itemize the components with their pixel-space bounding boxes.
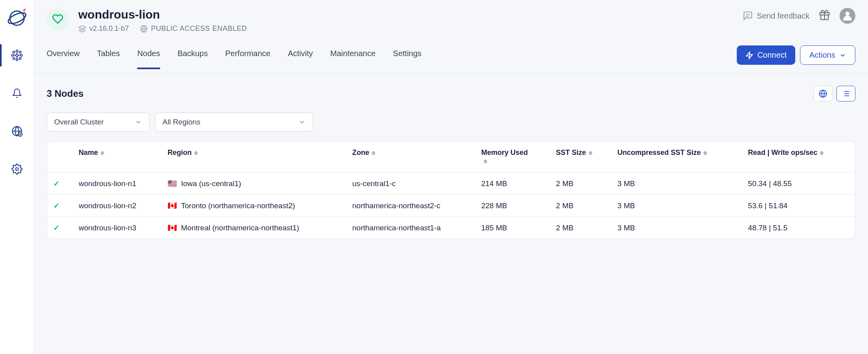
cluster-filter-select[interactable]: Overall Cluster (47, 113, 149, 132)
flag-icon: 🇨🇦 (168, 224, 177, 232)
tab-settings[interactable]: Settings (393, 49, 421, 69)
status-check-icon: ✓ (53, 223, 60, 232)
chevron-down-icon (298, 119, 306, 126)
col-memory[interactable]: Memory Used (476, 141, 550, 173)
svg-point-18 (15, 168, 18, 171)
cell-sst: 2 MB (551, 195, 612, 217)
cluster-version: v2.16.0.1-b7 (78, 24, 129, 33)
cluster-filter-label: Overall Cluster (54, 118, 104, 126)
svg-point-2 (16, 54, 18, 56)
cell-region: 🇨🇦Toronto (northamerica-northeast2) (162, 195, 347, 217)
svg-marker-27 (746, 52, 752, 58)
sidebar (0, 0, 34, 354)
table-row[interactable]: ✓ wondrous-lion-n1 🇺🇸Iowa (us-central1) … (47, 173, 855, 195)
gift-icon (819, 9, 830, 21)
connect-label: Connect (757, 51, 787, 60)
col-usst[interactable]: Uncompressed SST Size (612, 141, 742, 173)
svg-point-5 (11, 55, 13, 56)
chat-icon (743, 11, 753, 21)
svg-point-4 (16, 59, 18, 61)
tab-maintenance[interactable]: Maintenance (330, 49, 376, 69)
sidebar-item-settings[interactable] (0, 158, 34, 180)
nodes-table: Name Region Zone Memory Used SST Size Un… (47, 141, 855, 239)
view-list-button[interactable] (836, 86, 855, 102)
chevron-down-icon (839, 52, 846, 59)
cell-usst: 3 MB (612, 217, 742, 239)
tab-activity[interactable]: Activity (288, 49, 313, 69)
svg-point-9 (13, 58, 15, 60)
cell-memory: 185 MB (476, 217, 550, 239)
chevron-down-icon (135, 119, 142, 126)
cell-rw: 53.6 | 51.84 (742, 195, 855, 217)
col-rw[interactable]: Read | Write ops/sec (742, 141, 855, 173)
bolt-icon (745, 51, 753, 59)
tabs: Overview Tables Nodes Backups Performanc… (47, 49, 421, 69)
svg-point-7 (13, 51, 15, 53)
cell-usst: 3 MB (612, 173, 742, 195)
sort-icon (100, 151, 104, 155)
cell-memory: 214 MB (476, 173, 550, 195)
cell-sst: 2 MB (551, 173, 612, 195)
globe-icon (140, 25, 148, 33)
cell-sst: 2 MB (551, 217, 612, 239)
connect-button[interactable]: Connect (737, 45, 796, 65)
cell-name: wondrous-lion-n3 (73, 217, 162, 239)
tab-tables[interactable]: Tables (97, 49, 120, 69)
sort-icon (372, 151, 376, 155)
layers-icon (78, 25, 86, 33)
cell-region: 🇺🇸Iowa (us-central1) (162, 173, 347, 195)
sidebar-item-clusters[interactable] (0, 44, 34, 66)
cell-zone: us-central1-c (347, 173, 476, 195)
sort-icon (194, 151, 198, 155)
cell-zone: northamerica-northeast2-c (347, 195, 476, 217)
table-row[interactable]: ✓ wondrous-lion-n3 🇨🇦Montreal (northamer… (47, 217, 855, 239)
sidebar-item-network[interactable] (0, 120, 34, 142)
sort-icon (703, 151, 707, 155)
cluster-access: PUBLIC ACCESS ENABLED (140, 24, 247, 33)
logo[interactable] (6, 6, 28, 28)
table-row[interactable]: ✓ wondrous-lion-n2 🇨🇦Toronto (northameri… (47, 195, 855, 217)
svg-point-3 (16, 50, 18, 52)
col-region[interactable]: Region (162, 141, 347, 173)
col-sst[interactable]: SST Size (551, 141, 612, 173)
sort-icon (483, 159, 487, 164)
page-title: 3 Nodes (47, 88, 83, 99)
sidebar-item-alerts[interactable] (0, 82, 34, 104)
tab-backups[interactable]: Backups (177, 49, 208, 69)
view-map-button[interactable] (813, 86, 832, 102)
cell-rw: 50.34 | 48.55 (742, 173, 855, 195)
tab-performance[interactable]: Performance (225, 49, 271, 69)
cell-memory: 228 MB (476, 195, 550, 217)
health-badge (47, 8, 69, 30)
list-icon (842, 89, 850, 98)
region-filter-select[interactable]: All Regions (155, 113, 313, 132)
svg-point-6 (20, 55, 22, 56)
cell-name: wondrous-lion-n2 (73, 195, 162, 217)
status-check-icon: ✓ (53, 179, 60, 188)
svg-point-26 (845, 11, 850, 16)
tab-overview[interactable]: Overview (47, 49, 79, 69)
cluster-name: wondrous-lion (78, 8, 247, 21)
version-label: v2.16.0.1-b7 (89, 24, 129, 33)
send-feedback-button[interactable]: Send feedback (743, 11, 810, 21)
col-name[interactable]: Name (73, 141, 162, 173)
user-icon (841, 9, 854, 22)
svg-point-8 (19, 51, 21, 53)
sort-icon (589, 151, 593, 155)
gift-button[interactable] (819, 9, 830, 23)
actions-button[interactable]: Actions (800, 45, 855, 65)
cell-rw: 48.78 | 51.5 (742, 217, 855, 239)
user-avatar[interactable] (840, 8, 855, 24)
svg-point-1 (7, 11, 27, 26)
access-label: PUBLIC ACCESS ENABLED (151, 24, 247, 33)
tab-nodes[interactable]: Nodes (137, 49, 160, 69)
cell-region: 🇨🇦Montreal (northamerica-northeast1) (162, 217, 347, 239)
cell-name: wondrous-lion-n1 (73, 173, 162, 195)
flag-icon: 🇨🇦 (168, 201, 177, 210)
svg-point-10 (19, 58, 21, 60)
col-zone[interactable]: Zone (347, 141, 476, 173)
feedback-label: Send feedback (757, 11, 810, 21)
cell-usst: 3 MB (612, 195, 742, 217)
status-check-icon: ✓ (53, 201, 60, 210)
sort-icon (820, 151, 824, 155)
